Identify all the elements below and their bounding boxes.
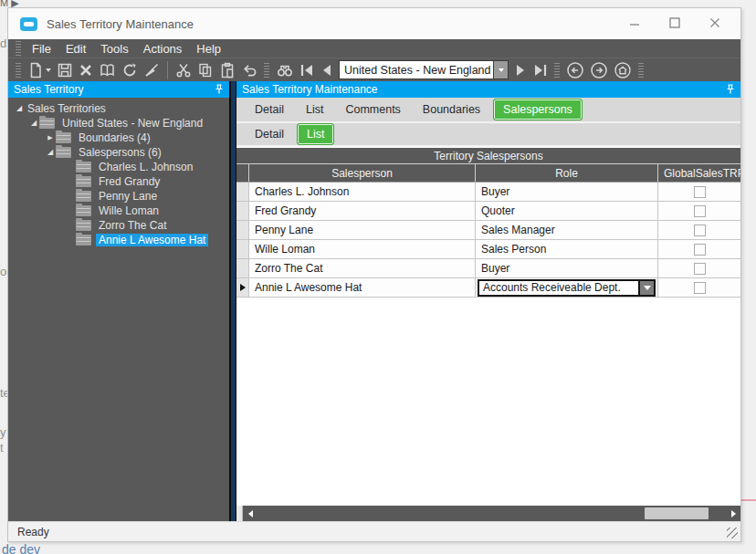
title-bar[interactable]: Sales Territory Maintenance — [8, 8, 740, 39]
pin-icon[interactable] — [726, 84, 735, 95]
toolbar-grip[interactable] — [638, 63, 644, 78]
undo-button[interactable] — [238, 59, 260, 81]
menu-help[interactable]: Help — [189, 40, 228, 57]
globalsales-checkbox[interactable] — [694, 244, 706, 256]
tree-item-fred-grandy[interactable]: Fred Grandy — [8, 174, 229, 189]
column-header-globalsalestrp[interactable]: GlobalSalesTRP — [658, 164, 740, 182]
subtab-list[interactable]: List — [297, 123, 334, 145]
globalsales-checkbox[interactable] — [694, 282, 706, 294]
salesperson-cell[interactable]: Wille Loman — [249, 240, 476, 258]
new-button[interactable] — [25, 59, 54, 81]
tree-item-united-states-new-england[interactable]: United States - New England — [8, 116, 229, 131]
tree-item-penny-lane[interactable]: Penny Lane — [8, 189, 229, 204]
tree-item-sales-territories[interactable]: Sales Territories — [8, 101, 229, 116]
refresh-button[interactable] — [119, 59, 141, 81]
clear-button[interactable] — [141, 59, 163, 81]
scroll-left-arrow[interactable] — [243, 506, 257, 521]
back-button[interactable] — [563, 59, 587, 81]
row-selector[interactable] — [236, 240, 249, 258]
tab-salespersons[interactable]: Salespersons — [493, 99, 583, 120]
tab-comments[interactable]: Comments — [336, 99, 409, 120]
globalsales-checkbox[interactable] — [694, 186, 706, 198]
row-selector[interactable] — [236, 183, 249, 201]
tree-item-salespersons[interactable]: Salespersons (6) — [8, 145, 229, 160]
first-record-button[interactable] — [297, 59, 317, 81]
menu-tools[interactable]: Tools — [93, 40, 135, 57]
chevron-down-icon[interactable] — [46, 68, 51, 72]
chevron-down-icon[interactable] — [638, 281, 654, 295]
chevron-down-icon[interactable] — [493, 61, 508, 78]
horizontal-scrollbar[interactable] — [236, 506, 740, 521]
row-selector[interactable] — [236, 221, 249, 239]
grid-row-annie-current[interactable]: Annie L Awesome Hat Accounts Receiveable… — [236, 278, 740, 298]
tree-item-charles-l-johnson[interactable]: Charles L. Johnson — [8, 160, 229, 174]
salesperson-cell[interactable]: Charles L. Johnson — [249, 183, 476, 201]
tab-boundaries[interactable]: Boundaries — [414, 99, 489, 120]
menu-edit[interactable]: Edit — [58, 40, 93, 57]
role-cell[interactable]: Sales Person — [476, 240, 658, 258]
browse-button[interactable] — [96, 59, 119, 81]
forward-button[interactable] — [587, 59, 611, 81]
paste-button[interactable] — [216, 59, 238, 81]
role-cell[interactable]: Quoter — [476, 202, 658, 220]
next-record-button[interactable] — [512, 59, 530, 81]
record-selector-combobox[interactable]: United States - New England — [339, 60, 509, 79]
expander-icon[interactable] — [45, 131, 56, 145]
salesperson-cell[interactable]: Penny Lane — [249, 221, 476, 239]
left-panel-header[interactable]: Sales Territory — [8, 81, 229, 98]
home-button[interactable] — [611, 59, 635, 81]
role-cell[interactable]: Sales Manager — [476, 221, 658, 239]
scrollbar-thumb[interactable] — [645, 507, 709, 519]
role-cell[interactable]: Buyer — [476, 183, 658, 201]
row-selector[interactable] — [236, 202, 249, 220]
grid-row-penny[interactable]: Penny Lane Sales Manager — [236, 221, 740, 240]
expander-icon[interactable] — [28, 116, 39, 131]
salesperson-cell[interactable]: Annie L Awesome Hat — [249, 278, 476, 297]
tree-item-wille-loman[interactable]: Wille Loman — [8, 204, 229, 218]
tree-item-boundaries[interactable]: Boundaries (4) — [8, 131, 229, 145]
globalsales-checkbox[interactable] — [694, 263, 706, 275]
globalsales-checkbox[interactable] — [694, 225, 706, 236]
copy-button[interactable] — [194, 59, 216, 81]
current-row-selector[interactable] — [236, 278, 249, 297]
subtab-detail[interactable]: Detail — [246, 124, 293, 144]
toolbar-grip[interactable] — [554, 63, 560, 78]
toolbar-grip[interactable] — [16, 63, 21, 78]
save-button[interactable] — [54, 59, 76, 81]
row-selector[interactable] — [236, 259, 249, 277]
expander-icon[interactable] — [45, 145, 56, 160]
panel-splitter[interactable] — [229, 81, 236, 521]
role-cell[interactable]: Buyer — [476, 259, 658, 277]
tree-item-zorro-the-cat[interactable]: Zorro The Cat — [8, 218, 229, 233]
tab-list[interactable]: List — [297, 99, 332, 120]
menu-actions[interactable]: Actions — [136, 40, 190, 57]
scroll-right-arrow[interactable] — [726, 506, 740, 521]
delete-button[interactable] — [76, 59, 96, 81]
menu-file[interactable]: File — [25, 40, 58, 57]
right-panel-header[interactable]: Sales Territory Maintenance — [236, 81, 740, 98]
close-button[interactable] — [695, 11, 735, 37]
last-record-button[interactable] — [530, 59, 551, 81]
salesperson-cell[interactable]: Zorro The Cat — [249, 259, 476, 277]
tab-detail[interactable]: Detail — [246, 99, 293, 120]
minimize-button[interactable] — [614, 11, 655, 37]
column-header-salesperson[interactable]: Salesperson — [249, 164, 476, 182]
salesperson-cell[interactable]: Fred Grandy — [249, 202, 476, 220]
toolbar-grip[interactable] — [264, 63, 269, 78]
maximize-button[interactable] — [655, 11, 695, 37]
pin-icon[interactable] — [215, 84, 224, 95]
find-button[interactable] — [273, 59, 297, 81]
grid-row-charles[interactable]: Charles L. Johnson Buyer — [236, 183, 740, 202]
toolbar-grip[interactable] — [16, 41, 21, 56]
grid-row-wille[interactable]: Wille Loman Sales Person — [236, 240, 740, 259]
grid-row-zorro[interactable]: Zorro The Cat Buyer — [236, 259, 740, 278]
previous-record-button[interactable] — [317, 59, 335, 81]
resize-grip[interactable] — [727, 528, 738, 538]
grid-row-fred[interactable]: Fred Grandy Quoter — [236, 202, 740, 221]
expander-icon[interactable] — [14, 101, 25, 116]
column-header-role[interactable]: Role — [476, 164, 658, 182]
globalsales-checkbox[interactable] — [694, 205, 706, 217]
cut-button[interactable] — [173, 59, 194, 81]
tree-item-annie-l-awesome-hat[interactable]: Annie L Awesome Hat — [8, 233, 229, 247]
role-combobox[interactable]: Accounts Receiveable Dept. — [478, 279, 656, 297]
